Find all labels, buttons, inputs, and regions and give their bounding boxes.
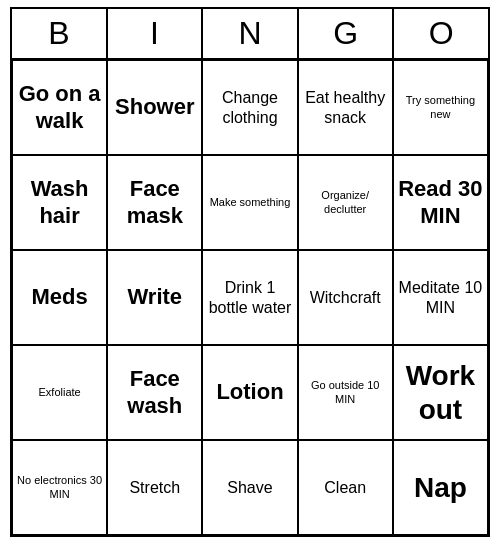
bingo-grid: Go on a walkShowerChange clothingEat hea… [10, 58, 490, 537]
bingo-cell-16[interactable]: Face wash [107, 345, 202, 440]
bingo-cell-8[interactable]: Organize/ declutter [298, 155, 393, 250]
header-g: G [299, 9, 395, 58]
bingo-cell-24[interactable]: Nap [393, 440, 488, 535]
header-b: B [12, 9, 108, 58]
bingo-cell-19[interactable]: Work out [393, 345, 488, 440]
header-o: O [394, 9, 488, 58]
header-n: N [203, 9, 299, 58]
bingo-cell-18[interactable]: Go outside 10 MIN [298, 345, 393, 440]
bingo-cell-13[interactable]: Witchcraft [298, 250, 393, 345]
header-i: I [108, 9, 204, 58]
bingo-cell-20[interactable]: No electronics 30 MIN [12, 440, 107, 535]
bingo-cell-5[interactable]: Wash hair [12, 155, 107, 250]
bingo-cell-3[interactable]: Eat healthy snack [298, 60, 393, 155]
bingo-cell-12[interactable]: Drink 1 bottle water [202, 250, 297, 345]
bingo-cell-23[interactable]: Clean [298, 440, 393, 535]
bingo-cell-15[interactable]: Exfoliate [12, 345, 107, 440]
bingo-cell-7[interactable]: Make something [202, 155, 297, 250]
bingo-cell-1[interactable]: Shower [107, 60, 202, 155]
bingo-card: B I N G O Go on a walkShowerChange cloth… [10, 7, 490, 537]
bingo-cell-2[interactable]: Change clothing [202, 60, 297, 155]
bingo-cell-11[interactable]: Write [107, 250, 202, 345]
bingo-cell-22[interactable]: Shave [202, 440, 297, 535]
bingo-cell-0[interactable]: Go on a walk [12, 60, 107, 155]
bingo-cell-6[interactable]: Face mask [107, 155, 202, 250]
bingo-cell-14[interactable]: Meditate 10 MIN [393, 250, 488, 345]
bingo-header: B I N G O [10, 7, 490, 58]
bingo-cell-17[interactable]: Lotion [202, 345, 297, 440]
bingo-cell-9[interactable]: Read 30 MIN [393, 155, 488, 250]
bingo-cell-21[interactable]: Stretch [107, 440, 202, 535]
bingo-cell-10[interactable]: Meds [12, 250, 107, 345]
bingo-cell-4[interactable]: Try something new [393, 60, 488, 155]
